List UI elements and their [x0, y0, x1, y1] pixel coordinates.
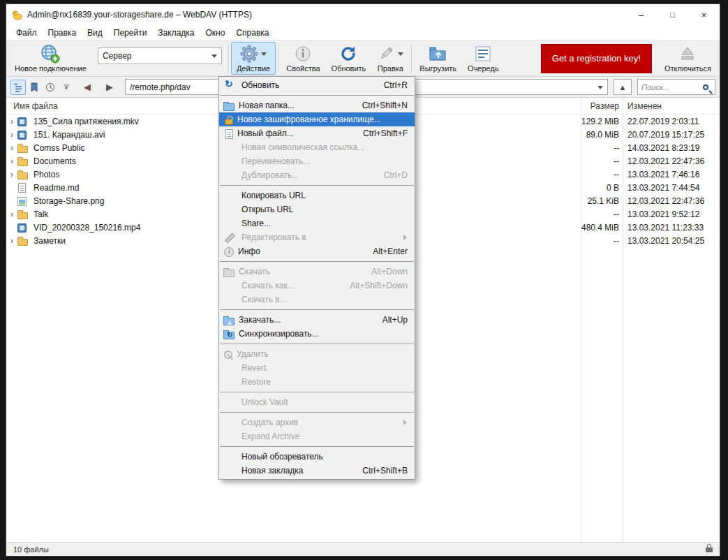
server-select[interactable]: Сервер: [98, 47, 222, 64]
menu-item-3[interactable]: Новая папка...Ctrl+Shift+N: [219, 98, 415, 112]
menu-item-21[interactable]: Синхронизировать...: [219, 327, 415, 341]
chevron-down-icon: [261, 52, 267, 59]
menubar-item-4[interactable]: Перейти: [108, 26, 153, 40]
toolbar-separator: [228, 45, 229, 72]
menu-item-12[interactable]: Share...: [219, 216, 415, 230]
search-icon: [703, 84, 708, 90]
refresh-button[interactable]: Обновить: [326, 42, 372, 75]
menu-item-33[interactable]: Новая закладкаCtrl+Shift+B: [219, 464, 415, 478]
menu-item-shortcut: Ctrl+D: [384, 170, 408, 180]
download-icon: [223, 270, 235, 277]
menu-item-11[interactable]: Открыть URL: [219, 202, 415, 216]
expander-icon[interactable]: ›: [6, 237, 17, 245]
menubar-item-7[interactable]: Справка: [230, 26, 274, 40]
image-file-icon: [17, 197, 27, 206]
file-size: 0 B: [580, 183, 622, 193]
menu-item-32[interactable]: Новый обозреватель: [219, 450, 415, 464]
app-window: Admin@nx16839.your-storageshare.de – Web…: [6, 3, 720, 557]
menu-item-label: Синхронизировать...: [239, 329, 391, 339]
menubar-item-3[interactable]: Вид: [82, 26, 108, 40]
menu-icon-slot: [223, 294, 237, 305]
menubar-item-6[interactable]: Окно: [200, 26, 231, 40]
menu-item-25: Restore: [219, 375, 415, 389]
action-dropdown-menu: ОбновитьCtrl+RНовая папка...Ctrl+Shift+N…: [218, 76, 415, 480]
action-button[interactable]: Действие: [231, 42, 276, 75]
menu-item-10[interactable]: Копировать URL: [219, 189, 415, 202]
queue-button[interactable]: Очередь: [462, 42, 505, 75]
file-new-icon: [225, 129, 233, 139]
menu-item-label: Restore: [242, 377, 391, 387]
edit-button[interactable]: Правка: [371, 42, 409, 75]
menu-item-shortcut: Alt+Up: [382, 315, 408, 325]
expander-icon[interactable]: ›: [6, 144, 17, 152]
menu-icon-slot: [223, 362, 237, 374]
close-button[interactable]: ×: [688, 4, 720, 25]
column-header-modified[interactable]: Изменен: [622, 101, 720, 111]
title-bar[interactable]: Admin@nx16839.your-storageshare.de – Web…: [6, 4, 720, 25]
menu-item-1[interactable]: ОбновитьCtrl+R: [219, 78, 415, 92]
disconnect-button[interactable]: Отключиться: [659, 42, 717, 75]
upload-folder-icon: [429, 45, 448, 63]
menu-item-label: Новая папка...: [239, 101, 346, 110]
gear-icon: [240, 45, 258, 63]
column-divider[interactable]: [623, 98, 623, 542]
info-icon: [224, 247, 234, 257]
menu-icon-slot: [223, 417, 237, 428]
menu-item-20[interactable]: Закачать...Alt+Up: [219, 313, 415, 327]
menu-item-label: Новый файл...: [237, 128, 346, 138]
minimize-button[interactable]: –: [625, 4, 657, 25]
status-bar: 10 файлы: [6, 542, 720, 556]
path-value: /remote.php/dav: [130, 82, 191, 92]
column-divider[interactable]: [581, 98, 581, 542]
menu-separator: [220, 261, 414, 262]
folder-file-icon: [17, 146, 28, 153]
upload-button[interactable]: Выгрузить: [414, 42, 462, 75]
file-modified: 13.03.2021 9:52:12: [622, 209, 720, 219]
menu-icon-slot: [223, 156, 237, 167]
menu-item-label: Создать архив: [242, 418, 391, 427]
menubar-item-1[interactable]: Файл: [10, 26, 43, 40]
view-bookmarks-button[interactable]: [27, 80, 42, 95]
menu-item-label: Открыть URL: [242, 205, 391, 214]
view-history-button[interactable]: [43, 80, 58, 95]
properties-button[interactable]: Свойства: [281, 42, 325, 75]
menu-item-label: Копировать URL: [242, 191, 391, 200]
view-outline-button[interactable]: [10, 80, 26, 95]
back-button[interactable]: ◀: [77, 80, 97, 95]
new-connection-button[interactable]: Новое подключение: [9, 42, 92, 75]
forward-button[interactable]: ▶: [100, 80, 119, 95]
expander-icon[interactable]: ›: [6, 157, 17, 165]
menubar-item-2[interactable]: Правка: [43, 26, 82, 40]
properties-label: Свойства: [286, 64, 320, 73]
status-text: 10 файлы: [13, 545, 49, 554]
menu-item-14[interactable]: ИнфоAlt+Enter: [219, 244, 415, 258]
chevron-down-icon: [398, 52, 403, 59]
menubar-item-5[interactable]: Закладка: [152, 26, 200, 40]
menu-icon-slot: [223, 465, 237, 476]
search-input[interactable]: Поиск...: [637, 79, 715, 95]
file-size: 25.1 KiB: [580, 196, 622, 206]
expander-icon[interactable]: ›: [6, 170, 17, 179]
menu-item-label: Expand Archive: [242, 432, 391, 441]
expander-icon[interactable]: ›: [6, 210, 17, 219]
submenu-arrow-icon: [403, 420, 410, 425]
menu-item-label: Unlock Vault: [242, 397, 391, 407]
menu-item-5[interactable]: Новый файл...Ctrl+Shift+F: [219, 126, 415, 140]
up-button[interactable]: ▲: [614, 79, 632, 95]
globe-plus-icon: [40, 44, 60, 64]
menu-item-label: Скачать как...: [242, 281, 333, 290]
expander-icon[interactable]: ›: [6, 131, 17, 139]
menu-item-24: Revert: [219, 361, 415, 375]
registration-key-button[interactable]: Get a registration key!: [541, 44, 652, 73]
expander-icon[interactable]: ›: [6, 117, 17, 126]
maximize-button[interactable]: □: [657, 4, 688, 25]
menu-item-label: Новое зашифрованное хранилище...: [237, 115, 391, 124]
edit-label: Правка: [378, 64, 403, 73]
menu-icon-slot: [223, 431, 237, 442]
menu-item-4[interactable]: Новое зашифрованное хранилище...: [219, 112, 415, 126]
pencil-icon: [223, 232, 237, 243]
view-bonjour-button[interactable]: [59, 80, 74, 95]
delete-icon: [224, 351, 232, 359]
column-header-size[interactable]: Размер: [580, 101, 622, 111]
menu-item-label: Инфо: [238, 246, 356, 256]
